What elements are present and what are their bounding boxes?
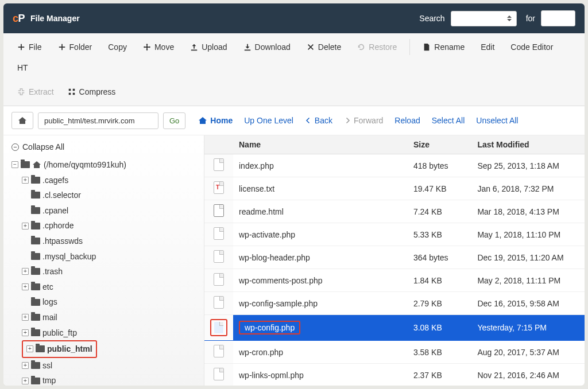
table-row[interactable]: wp-blog-header.php364 bytesDec 19, 2015,… xyxy=(204,246,585,269)
expand-toggle xyxy=(22,253,29,260)
rename-label: Rename xyxy=(434,42,465,52)
tree-node[interactable]: +mail xyxy=(11,310,196,325)
expand-toggle[interactable]: + xyxy=(22,223,29,229)
table-row[interactable]: license.txt19.47 KBJan 6, 2018, 7:32 PM xyxy=(204,177,585,200)
arrow-right-icon xyxy=(344,117,351,124)
table-row[interactable]: wp-activate.php5.33 KBMay 1, 2018, 11:10… xyxy=(204,223,585,246)
file-modified: Jan 6, 2018, 7:32 PM xyxy=(471,177,585,200)
tree-node[interactable]: +ssl xyxy=(11,358,196,374)
nav-unselect-all-label: Unselect All xyxy=(476,116,518,125)
folder-icon xyxy=(31,299,40,306)
table-row[interactable]: wp-config-sample.php2.79 KBDec 16, 2015,… xyxy=(204,292,585,315)
file-size: 7.24 KB xyxy=(408,200,471,223)
table-row[interactable]: wp-links-opml.php2.37 KBNov 21, 2016, 2:… xyxy=(204,364,585,386)
home-directory-button[interactable] xyxy=(11,112,33,129)
upload-label: Upload xyxy=(202,42,227,52)
download-button[interactable]: Download xyxy=(237,38,297,56)
tree-node[interactable]: +public_ftp xyxy=(11,325,196,341)
collapse-all-button[interactable]: − Collapse All xyxy=(11,142,196,151)
table-row[interactable]: wp-config.php3.08 KBYesterday, 7:15 PM xyxy=(204,315,585,341)
nav-unselect-all[interactable]: Unselect All xyxy=(476,116,518,125)
home-icon xyxy=(32,160,41,169)
tree-node-label: .cl.selector xyxy=(42,188,81,203)
file-size: 2.79 KB xyxy=(408,292,471,315)
expand-toggle[interactable]: + xyxy=(22,329,29,336)
col-name-header[interactable]: Name xyxy=(233,135,408,154)
table-row[interactable]: readme.html7.24 KBMar 18, 2018, 4:13 PM xyxy=(204,200,585,223)
expand-toggle[interactable]: + xyxy=(22,283,29,290)
go-button[interactable]: Go xyxy=(163,112,185,129)
expand-toggle[interactable]: + xyxy=(22,268,29,275)
table-row[interactable]: wp-comments-post.php1.84 KBMay 2, 2018, … xyxy=(204,269,585,292)
extract-button[interactable]: Extract xyxy=(10,83,61,101)
top-header: cP File Manager Search All Your Files fo… xyxy=(3,3,585,33)
folder-icon xyxy=(36,345,45,352)
tree-node[interactable]: +.cagefs xyxy=(11,173,196,188)
tree-node[interactable]: .htpasswds xyxy=(11,234,196,249)
expand-toggle[interactable]: + xyxy=(22,314,29,321)
nav-up-one-level[interactable]: Up One Level xyxy=(244,116,293,125)
toolbar-divider xyxy=(409,39,410,55)
col-size-header[interactable]: Size xyxy=(408,135,471,154)
col-icon-header[interactable] xyxy=(204,135,233,154)
path-input[interactable]: public_html/test.mrvirk.com xyxy=(38,112,158,129)
file-modified: May 1, 2018, 11:10 PM xyxy=(471,223,585,246)
tree-node[interactable]: +tmp xyxy=(11,373,196,386)
search-label: Search xyxy=(419,14,444,23)
copy-button[interactable]: Copy xyxy=(101,38,134,56)
code-editor-button[interactable]: Code Editor xyxy=(504,38,560,56)
html-editor-button[interactable]: HT xyxy=(10,59,35,77)
directory-tree-sidebar: − Collapse All − (/home/qyqmto991kuh) +.… xyxy=(3,135,204,386)
tree-node[interactable]: +public_html xyxy=(11,340,196,358)
move-button[interactable]: Move xyxy=(136,38,181,56)
tree-node[interactable]: logs xyxy=(11,294,196,310)
nav-reload[interactable]: Reload xyxy=(394,116,420,125)
nav-back[interactable]: Back xyxy=(305,116,332,125)
tree-node[interactable]: +etc xyxy=(11,279,196,295)
expand-toggle[interactable]: + xyxy=(22,362,29,369)
restore-label: Restore xyxy=(369,42,397,52)
file-modified: Aug 20, 2017, 5:37 AM xyxy=(471,341,585,364)
table-row[interactable]: index.php418 bytesSep 25, 2013, 1:18 AM xyxy=(204,154,585,177)
edit-button[interactable]: Edit xyxy=(474,38,501,56)
folder-icon xyxy=(31,268,40,275)
tree-node[interactable]: .cpanel xyxy=(11,203,196,219)
tree-root[interactable]: − (/home/qyqmto991kuh) xyxy=(11,157,196,173)
delete-button[interactable]: Delete xyxy=(300,38,348,56)
tree-node-label: .cpanel xyxy=(42,203,68,219)
new-file-button[interactable]: File xyxy=(10,38,49,56)
tree-node-label: logs xyxy=(42,294,57,310)
restore-button[interactable]: Restore xyxy=(350,38,404,56)
nav-home[interactable]: Home xyxy=(198,116,233,125)
folder-icon xyxy=(31,283,40,290)
php-file-icon xyxy=(214,273,224,286)
nav-select-all[interactable]: Select All xyxy=(432,116,465,125)
tree-node[interactable]: .mysql_backup xyxy=(11,249,196,264)
tree-node[interactable]: +.cphorde xyxy=(11,218,196,234)
file-size: 2.37 KB xyxy=(408,364,471,386)
rename-button[interactable]: Rename xyxy=(416,38,471,56)
expand-toggle[interactable]: + xyxy=(22,378,29,384)
expand-toggle[interactable]: + xyxy=(26,345,33,352)
nav-forward[interactable]: Forward xyxy=(344,116,383,125)
tree-node-label: mail xyxy=(42,310,57,325)
collapse-toggle[interactable]: − xyxy=(11,161,18,168)
folder-icon xyxy=(31,238,40,244)
file-icon xyxy=(423,43,431,51)
tree-node[interactable]: .cl.selector xyxy=(11,188,196,203)
tree-node[interactable]: +.trash xyxy=(11,264,196,279)
table-row[interactable]: wp-cron.php3.58 KBAug 20, 2017, 5:37 AM xyxy=(204,341,585,364)
file-size: 5.33 KB xyxy=(408,223,471,246)
search-scope-select[interactable]: All Your Files xyxy=(451,11,517,26)
new-folder-button[interactable]: Folder xyxy=(51,38,99,56)
expand-toggle[interactable]: + xyxy=(22,177,29,184)
tree-node-label: .mysql_backup xyxy=(42,249,96,264)
compress-button[interactable]: Compress xyxy=(61,83,123,101)
expand-toggle xyxy=(22,192,29,199)
upload-button[interactable]: Upload xyxy=(183,38,234,56)
col-modified-header[interactable]: Last Modified xyxy=(471,135,585,154)
html-editor-label: HT xyxy=(17,63,28,72)
folder-icon xyxy=(31,253,40,260)
folder-icon xyxy=(31,314,40,321)
search-input[interactable] xyxy=(541,10,575,26)
